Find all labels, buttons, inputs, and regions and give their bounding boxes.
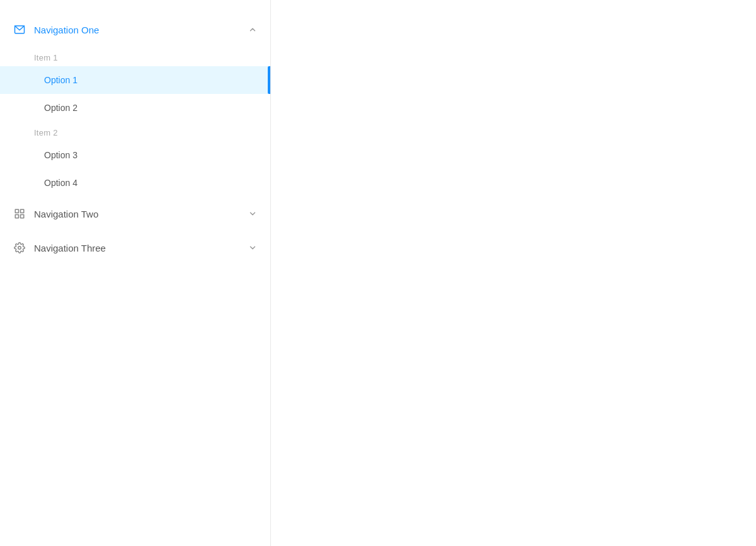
- svg-rect-1: [15, 209, 18, 212]
- group-item-1-label: Item 1: [0, 47, 270, 66]
- nav-three-label: Navigation Three: [34, 243, 248, 253]
- nav-one-submenu: Item 1 Option 1 Option 2 Item 2 Option 3…: [0, 47, 270, 197]
- svg-rect-2: [21, 209, 24, 212]
- group-item-2-label: Item 2: [0, 122, 270, 141]
- gear-icon: [13, 241, 26, 255]
- mail-icon: [13, 23, 26, 37]
- option-1[interactable]: Option 1: [0, 66, 270, 94]
- main-content: [271, 0, 756, 546]
- nav-two-label: Navigation Two: [34, 209, 248, 219]
- nav-one-label: Navigation One: [34, 25, 248, 35]
- nav-two-chevron: [248, 209, 258, 219]
- nav-section-three: Navigation Three: [0, 231, 270, 265]
- nav-three-chevron: [248, 243, 258, 253]
- option-3[interactable]: Option 3: [0, 141, 270, 169]
- nav-one-header[interactable]: Navigation One: [0, 13, 270, 47]
- option-4[interactable]: Option 4: [0, 169, 270, 197]
- option-2[interactable]: Option 2: [0, 94, 270, 122]
- svg-rect-4: [21, 215, 24, 218]
- nav-three-header[interactable]: Navigation Three: [0, 231, 270, 265]
- nav-section-two: Navigation Two: [0, 197, 270, 231]
- grid-icon: [13, 207, 26, 221]
- sidebar: Navigation One Item 1 Option 1 Option 2 …: [0, 0, 271, 546]
- nav-section-one: Navigation One Item 1 Option 1 Option 2 …: [0, 13, 270, 197]
- nav-two-header[interactable]: Navigation Two: [0, 197, 270, 231]
- svg-point-5: [18, 247, 21, 250]
- svg-rect-3: [15, 215, 18, 218]
- nav-one-chevron: [248, 25, 258, 35]
